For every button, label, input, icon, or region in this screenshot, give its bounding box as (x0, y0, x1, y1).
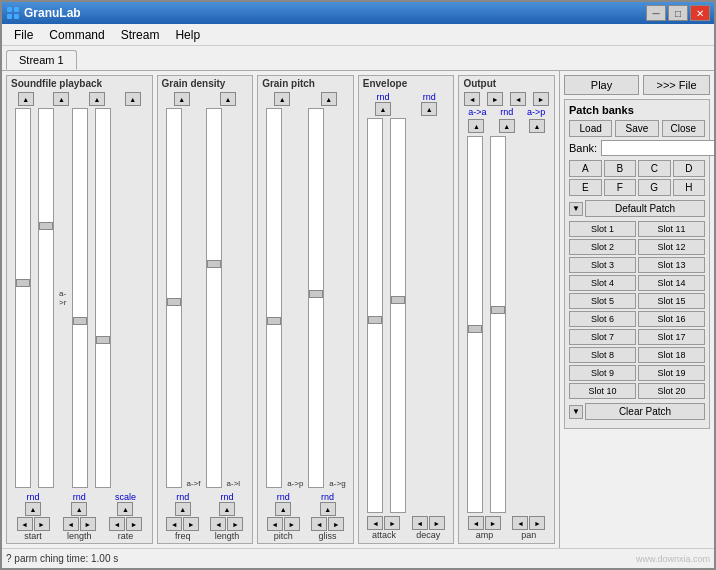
slot-5[interactable]: Slot 5 (569, 293, 636, 309)
bank-c[interactable]: C (638, 160, 671, 177)
env-attack-spin-l[interactable]: ◄ (367, 516, 383, 530)
out-pan-l[interactable]: ◄ (512, 516, 528, 530)
sf-rnd-btn-3[interactable]: ▲ (117, 502, 133, 516)
bank-d[interactable]: D (673, 160, 706, 177)
out-amp-r[interactable]: ► (485, 516, 501, 530)
env-decay-spin-r[interactable]: ► (429, 516, 445, 530)
default-patch-button[interactable]: Default Patch (585, 200, 705, 217)
bank-b[interactable]: B (604, 160, 637, 177)
slot-18[interactable]: Slot 18 (638, 347, 705, 363)
out-up-3[interactable]: ◄ (510, 92, 526, 106)
slot-14[interactable]: Slot 14 (638, 275, 705, 291)
out-amp-l[interactable]: ◄ (468, 516, 484, 530)
slot-8[interactable]: Slot 8 (569, 347, 636, 363)
dens-rnd-label-1: rnd (176, 492, 189, 502)
play-button[interactable]: Play (564, 75, 639, 95)
slot-7[interactable]: Slot 7 (569, 329, 636, 345)
dens-down-r-1[interactable]: ► (183, 517, 199, 531)
maximize-button[interactable]: □ (668, 5, 688, 21)
slot-4[interactable]: Slot 4 (569, 275, 636, 291)
bank-h[interactable]: H (673, 179, 706, 196)
slot-17[interactable]: Slot 17 (638, 329, 705, 345)
slot-16[interactable]: Slot 16 (638, 311, 705, 327)
output-section: Output ◄ ► ◄ ► a->a rnd a->p (458, 75, 555, 544)
pitch-down-l-2[interactable]: ◄ (311, 517, 327, 531)
close-bank-button[interactable]: Close (662, 120, 705, 137)
dens-up-2[interactable]: ▲ (220, 92, 236, 106)
sf-down-l-3[interactable]: ◄ (109, 517, 125, 531)
pitch-rnd-btn-1[interactable]: ▲ (275, 502, 291, 516)
env-up-2[interactable]: ▲ (421, 102, 437, 116)
env-attack-label: attack (372, 530, 396, 540)
close-button[interactable]: ✕ (690, 5, 710, 21)
bank-f[interactable]: F (604, 179, 637, 196)
clear-patch-button[interactable]: Clear Patch (585, 403, 705, 420)
out-up-4[interactable]: ► (533, 92, 549, 106)
bank-g[interactable]: G (638, 179, 671, 196)
menu-command[interactable]: Command (41, 26, 112, 44)
pitch-down-r-2[interactable]: ► (328, 517, 344, 531)
sf-down-r-3[interactable]: ► (126, 517, 142, 531)
dens-up-1[interactable]: ▲ (174, 92, 190, 106)
default-patch-arrow[interactable]: ▼ (569, 202, 583, 216)
dens-rnd-btn-1[interactable]: ▲ (175, 502, 191, 516)
dens-down-l-2[interactable]: ◄ (210, 517, 226, 531)
pitch-slider-2 (306, 108, 326, 488)
menu-help[interactable]: Help (167, 26, 208, 44)
out-up-1[interactable]: ◄ (464, 92, 480, 106)
env-decay-spin-l[interactable]: ◄ (412, 516, 428, 530)
bank-e[interactable]: E (569, 179, 602, 196)
pitch-up-2[interactable]: ▲ (321, 92, 337, 106)
minimize-button[interactable]: ─ (646, 5, 666, 21)
sf-down-r-2[interactable]: ► (80, 517, 96, 531)
sf-up-btn-2[interactable]: ▲ (53, 92, 69, 106)
clear-patch-arrow[interactable]: ▼ (569, 405, 583, 419)
out-up-2[interactable]: ► (487, 92, 503, 106)
dens-down-r-2[interactable]: ► (227, 517, 243, 531)
load-button[interactable]: Load (569, 120, 612, 137)
pitch-up-1[interactable]: ▲ (274, 92, 290, 106)
sf-up-btn-3[interactable]: ▲ (89, 92, 105, 106)
sf-down-l-2[interactable]: ◄ (63, 517, 79, 531)
sf-rnd-btn-2[interactable]: ▲ (71, 502, 87, 516)
dens-rnd-btn-2[interactable]: ▲ (219, 502, 235, 516)
out-pan-r[interactable]: ► (529, 516, 545, 530)
out-down-2[interactable]: ▲ (499, 119, 515, 133)
sf-up-btn-1[interactable]: ▲ (18, 92, 34, 106)
menu-stream[interactable]: Stream (113, 26, 168, 44)
slot-10[interactable]: Slot 10 (569, 383, 636, 399)
pitch-rnd-btn-2[interactable]: ▲ (320, 502, 336, 516)
tab-stream1[interactable]: Stream 1 (6, 50, 77, 70)
env-attack-slider (365, 118, 385, 513)
slot-13[interactable]: Slot 13 (638, 257, 705, 273)
slot-12[interactable]: Slot 12 (638, 239, 705, 255)
save-button[interactable]: Save (615, 120, 658, 137)
slot-3[interactable]: Slot 3 (569, 257, 636, 273)
slot-15[interactable]: Slot 15 (638, 293, 705, 309)
slot-9[interactable]: Slot 9 (569, 365, 636, 381)
out-down-1[interactable]: ▲ (468, 119, 484, 133)
bank-input[interactable] (601, 140, 714, 156)
out-down-3[interactable]: ▲ (529, 119, 545, 133)
sf-down-r-1[interactable]: ► (34, 517, 50, 531)
sf-up-btn-4[interactable]: ▲ (125, 92, 141, 106)
slot-6[interactable]: Slot 6 (569, 311, 636, 327)
dens-down-l-1[interactable]: ◄ (166, 517, 182, 531)
density-title: Grain density (162, 78, 226, 89)
slot-11[interactable]: Slot 11 (638, 221, 705, 237)
slot-19[interactable]: Slot 19 (638, 365, 705, 381)
env-attack-spin-r[interactable]: ► (384, 516, 400, 530)
env-up-1[interactable]: ▲ (375, 102, 391, 116)
bank-label: Bank: (569, 142, 597, 154)
pitch-down-r-1[interactable]: ► (284, 517, 300, 531)
bank-a[interactable]: A (569, 160, 602, 177)
menu-file[interactable]: File (6, 26, 41, 44)
slot-20[interactable]: Slot 20 (638, 383, 705, 399)
sf-down-l-1[interactable]: ◄ (17, 517, 33, 531)
pitch-bottom-label-1: pitch (274, 531, 293, 541)
slot-1[interactable]: Slot 1 (569, 221, 636, 237)
pitch-down-l-1[interactable]: ◄ (267, 517, 283, 531)
sf-rnd-btn-1[interactable]: ▲ (25, 502, 41, 516)
file-button[interactable]: >>> File (643, 75, 710, 95)
slot-2[interactable]: Slot 2 (569, 239, 636, 255)
